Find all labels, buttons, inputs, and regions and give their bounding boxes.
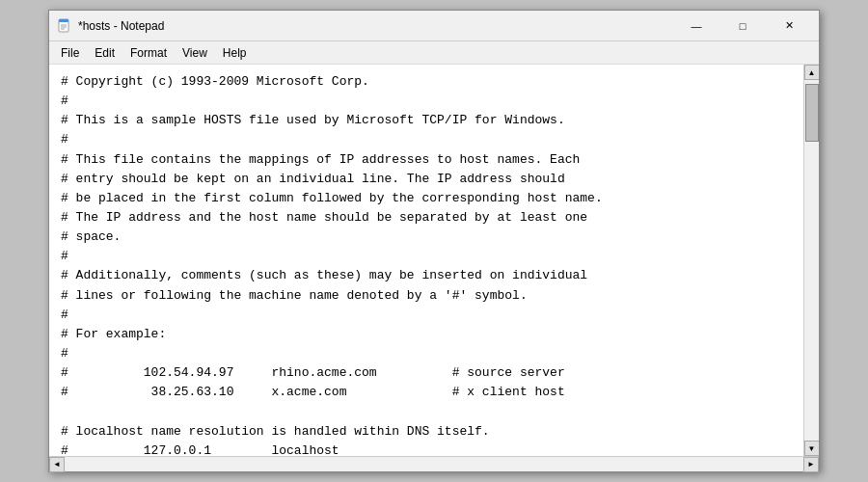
menu-help[interactable]: Help: [215, 44, 255, 62]
menu-edit[interactable]: Edit: [87, 44, 122, 62]
scroll-left-button[interactable]: ◄: [49, 457, 65, 472]
close-button[interactable]: ✕: [767, 11, 811, 41]
scroll-thumb[interactable]: [805, 84, 819, 142]
svg-rect-1: [59, 19, 68, 22]
app-icon: [57, 18, 72, 34]
scroll-right-button[interactable]: ►: [803, 457, 819, 472]
minimize-button[interactable]: —: [674, 11, 719, 41]
title-bar: *hosts - Notepad — □ ✕: [49, 11, 819, 41]
editor-area: # Copyright (c) 1993-2009 Microsoft Corp…: [49, 65, 819, 456]
window-controls: — □ ✕: [674, 11, 811, 41]
scroll-up-button[interactable]: ▲: [804, 65, 820, 80]
scroll-down-button[interactable]: ▼: [804, 441, 820, 456]
menu-view[interactable]: View: [175, 44, 215, 62]
maximize-button[interactable]: □: [720, 11, 765, 41]
menu-format[interactable]: Format: [122, 44, 175, 62]
text-editor[interactable]: # Copyright (c) 1993-2009 Microsoft Corp…: [49, 65, 803, 456]
menu-bar: File Edit Format View Help: [49, 41, 819, 65]
vertical-scrollbar[interactable]: ▲ ▼: [803, 65, 819, 456]
menu-file[interactable]: File: [53, 44, 87, 62]
horizontal-scrollbar: ◄ ►: [49, 456, 819, 471]
scroll-track: [804, 80, 819, 441]
notepad-window: *hosts - Notepad — □ ✕ File Edit Format …: [48, 10, 820, 472]
window-title: *hosts - Notepad: [78, 19, 674, 33]
